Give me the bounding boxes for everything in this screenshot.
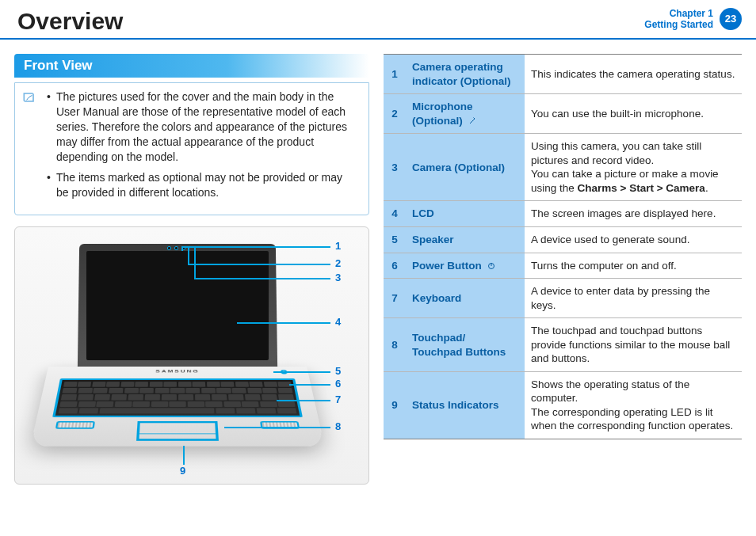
part-name: LCD: [406, 201, 525, 227]
part-number: 4: [384, 201, 406, 227]
chapter-label-1: Chapter 1: [644, 8, 713, 19]
table-row: 2Microphone (Optional) You can use the b…: [384, 94, 742, 134]
part-description: A device to enter data by pressing the k…: [525, 279, 742, 318]
part-number: 6: [384, 253, 406, 279]
page-number-badge: 23: [720, 8, 742, 30]
callout-2: 2: [335, 257, 341, 269]
table-row: 8Touchpad/ Touchpad ButtonsThe touchpad …: [384, 318, 742, 372]
page-title: Overview: [17, 8, 123, 35]
note-icon: [21, 89, 37, 110]
table-row: 3Camera (Optional)Using this camera, you…: [384, 134, 742, 201]
laptop-screen: [86, 251, 269, 360]
part-description: The touchpad and touchpad buttons provid…: [525, 318, 742, 372]
part-description: Shows the operating status of the comput…: [525, 371, 742, 439]
callout-9: 9: [180, 465, 185, 477]
part-description: Using this camera, you can take still pi…: [525, 134, 742, 201]
table-row: 9Status IndicatorsShows the operating st…: [384, 371, 742, 439]
keyboard-markup: [52, 378, 303, 417]
note-item: The items marked as optional may not be …: [47, 170, 357, 200]
note-list: The pictures used for the cover and the …: [47, 89, 357, 200]
part-number: 5: [384, 226, 406, 253]
page-header: Overview Chapter 1 Getting Started 23: [0, 0, 756, 40]
part-number: 3: [384, 134, 406, 201]
callout-6: 6: [335, 378, 341, 390]
part-name: Camera operating indicator (Optional): [406, 55, 525, 94]
part-number: 7: [384, 279, 406, 318]
part-name: Status Indicators: [406, 371, 525, 439]
microphone-icon: [468, 116, 477, 127]
parts-table: 1Camera operating indicator (Optional)Th…: [384, 54, 742, 439]
part-name: Camera (Optional): [406, 134, 525, 201]
part-number: 1: [384, 55, 406, 94]
part-number: 8: [384, 318, 406, 372]
part-name: Power Button: [406, 253, 525, 279]
part-description: Turns the computer on and off.: [525, 253, 742, 279]
part-number: 2: [384, 94, 406, 134]
callout-4: 4: [335, 316, 341, 328]
table-row: 7KeyboardA device to enter data by press…: [384, 279, 742, 318]
table-row: 4LCDThe screen images are displayed here…: [384, 201, 742, 227]
touchpad-markup: [136, 421, 219, 441]
laptop-illustration: SAMSUNG: [47, 243, 308, 465]
note-item: The pictures used for the cover and the …: [47, 89, 357, 164]
parts-table-body: 1Camera operating indicator (Optional)Th…: [384, 55, 742, 439]
part-name: Touchpad/ Touchpad Buttons: [406, 318, 525, 372]
part-name: Speaker: [406, 226, 525, 253]
part-name: Keyboard: [406, 279, 525, 318]
table-row: 1Camera operating indicator (Optional)Th…: [384, 55, 742, 94]
callout-8: 8: [335, 420, 341, 432]
part-name: Microphone (Optional): [406, 94, 525, 134]
header-right: Chapter 1 Getting Started 23: [644, 8, 742, 30]
part-number: 9: [384, 371, 406, 439]
note-box: The pictures used for the cover and the …: [14, 82, 369, 215]
part-description: This indicates the camera operating stat…: [525, 55, 742, 94]
part-description: The screen images are displayed here.: [525, 201, 742, 227]
power-icon: [487, 260, 496, 272]
callout-3: 3: [335, 272, 341, 283]
callout-1: 1: [335, 240, 341, 252]
section-title: Front View: [14, 54, 369, 78]
chapter-label-2: Getting Started: [644, 19, 713, 30]
part-description: A device used to generate sound.: [525, 226, 742, 253]
brand-label: SAMSUNG: [47, 369, 308, 374]
table-row: 5SpeakerA device used to generate sound.: [384, 226, 742, 253]
laptop-base: SAMSUNG: [30, 367, 325, 447]
table-row: 6Power Button Turns the computer on and …: [384, 253, 742, 279]
speaker-left-markup: [55, 421, 95, 429]
callout-5: 5: [335, 365, 341, 377]
part-description: You can use the built-in microphone.: [525, 94, 742, 134]
callout-7: 7: [335, 393, 341, 405]
diagram-frame: SAMSUNG: [14, 226, 369, 485]
